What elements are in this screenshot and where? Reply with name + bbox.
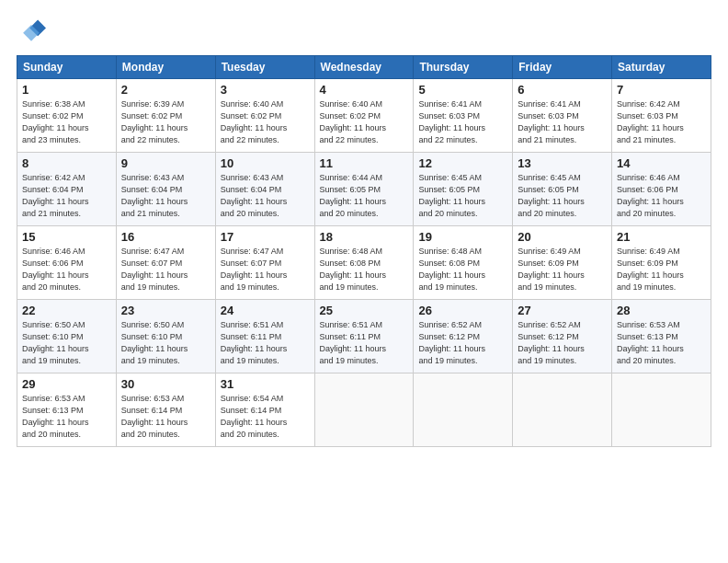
day-number: 7 [617, 83, 706, 97]
calendar-cell: 12Sunrise: 6:45 AMSunset: 6:05 PMDayligh… [414, 153, 513, 226]
day-info: Sunrise: 6:51 AMSunset: 6:11 PMDaylight:… [221, 319, 310, 367]
day-info: Sunrise: 6:48 AMSunset: 6:08 PMDaylight:… [418, 246, 507, 293]
calendar-cell: 1Sunrise: 6:38 AMSunset: 6:02 PMDaylight… [17, 79, 117, 153]
calendar-cell: 31Sunrise: 6:54 AMSunset: 6:14 PMDayligh… [215, 373, 314, 447]
day-number: 18 [320, 230, 409, 244]
day-info: Sunrise: 6:53 AMSunset: 6:14 PMDaylight:… [121, 393, 210, 441]
day-info: Sunrise: 6:38 AMSunset: 6:02 PMDaylight:… [22, 98, 111, 146]
day-info: Sunrise: 6:49 AMSunset: 6:09 PMDaylight:… [617, 246, 706, 293]
day-info: Sunrise: 6:53 AMSunset: 6:13 PMDaylight:… [22, 393, 111, 441]
day-number: 25 [320, 304, 409, 317]
col-header-saturday: Saturday [612, 56, 711, 79]
day-info: Sunrise: 6:42 AMSunset: 6:04 PMDaylight:… [22, 172, 111, 220]
day-number: 23 [121, 304, 210, 317]
day-number: 4 [320, 83, 409, 97]
calendar-cell: 17Sunrise: 6:47 AMSunset: 6:07 PMDayligh… [215, 226, 314, 300]
day-number: 14 [617, 156, 706, 170]
calendar-cell [612, 373, 711, 447]
calendar-cell: 9Sunrise: 6:43 AMSunset: 6:04 PMDaylight… [116, 153, 215, 226]
calendar-cell: 25Sunrise: 6:51 AMSunset: 6:11 PMDayligh… [314, 300, 414, 373]
calendar-cell [414, 373, 513, 447]
calendar-cell: 19Sunrise: 6:48 AMSunset: 6:08 PMDayligh… [414, 226, 513, 300]
day-info: Sunrise: 6:47 AMSunset: 6:07 PMDaylight:… [221, 246, 310, 293]
col-header-monday: Monday [116, 56, 215, 79]
day-info: Sunrise: 6:41 AMSunset: 6:03 PMDaylight:… [418, 98, 507, 146]
day-number: 21 [617, 230, 706, 244]
calendar-cell: 4Sunrise: 6:40 AMSunset: 6:02 PMDaylight… [314, 79, 414, 153]
col-header-friday: Friday [513, 56, 612, 79]
day-info: Sunrise: 6:50 AMSunset: 6:10 PMDaylight:… [22, 319, 111, 367]
page: SundayMondayTuesdayWednesdayThursdayFrid… [0, 0, 728, 563]
calendar-cell: 10Sunrise: 6:43 AMSunset: 6:04 PMDayligh… [215, 153, 314, 226]
day-number: 13 [518, 156, 607, 170]
calendar-cell: 13Sunrise: 6:45 AMSunset: 6:05 PMDayligh… [513, 153, 612, 226]
calendar-week-1: 1Sunrise: 6:38 AMSunset: 6:02 PMDaylight… [17, 79, 711, 153]
logo-icon [17, 17, 46, 46]
day-info: Sunrise: 6:51 AMSunset: 6:11 PMDaylight:… [320, 319, 409, 367]
day-number: 15 [22, 230, 111, 244]
day-number: 12 [418, 156, 507, 170]
day-number: 30 [121, 377, 210, 391]
day-number: 5 [418, 83, 507, 97]
day-number: 16 [121, 230, 210, 244]
day-info: Sunrise: 6:52 AMSunset: 6:12 PMDaylight:… [418, 319, 507, 367]
day-number: 26 [418, 304, 507, 317]
calendar: SundayMondayTuesdayWednesdayThursdayFrid… [17, 55, 711, 447]
day-info: Sunrise: 6:54 AMSunset: 6:14 PMDaylight:… [221, 393, 310, 441]
day-info: Sunrise: 6:46 AMSunset: 6:06 PMDaylight:… [617, 172, 706, 220]
calendar-cell: 6Sunrise: 6:41 AMSunset: 6:03 PMDaylight… [513, 79, 612, 153]
day-number: 6 [518, 83, 607, 97]
day-info: Sunrise: 6:46 AMSunset: 6:06 PMDaylight:… [22, 246, 111, 293]
calendar-cell: 22Sunrise: 6:50 AMSunset: 6:10 PMDayligh… [17, 300, 117, 373]
calendar-cell: 5Sunrise: 6:41 AMSunset: 6:03 PMDaylight… [414, 79, 513, 153]
day-info: Sunrise: 6:45 AMSunset: 6:05 PMDaylight:… [418, 172, 507, 220]
calendar-cell [513, 373, 612, 447]
calendar-cell: 11Sunrise: 6:44 AMSunset: 6:05 PMDayligh… [314, 153, 414, 226]
day-number: 19 [418, 230, 507, 244]
day-number: 3 [221, 83, 310, 97]
calendar-cell: 16Sunrise: 6:47 AMSunset: 6:07 PMDayligh… [116, 226, 215, 300]
calendar-cell: 20Sunrise: 6:49 AMSunset: 6:09 PMDayligh… [513, 226, 612, 300]
day-info: Sunrise: 6:41 AMSunset: 6:03 PMDaylight:… [518, 98, 607, 146]
day-number: 20 [518, 230, 607, 244]
day-number: 22 [22, 304, 111, 317]
calendar-cell: 28Sunrise: 6:53 AMSunset: 6:13 PMDayligh… [612, 300, 711, 373]
day-info: Sunrise: 6:47 AMSunset: 6:07 PMDaylight:… [121, 246, 210, 293]
col-header-sunday: Sunday [17, 56, 117, 79]
calendar-header-row: SundayMondayTuesdayWednesdayThursdayFrid… [17, 56, 711, 79]
day-info: Sunrise: 6:43 AMSunset: 6:04 PMDaylight:… [121, 172, 210, 220]
day-info: Sunrise: 6:49 AMSunset: 6:09 PMDaylight:… [518, 246, 607, 293]
day-number: 29 [22, 377, 111, 391]
day-number: 31 [221, 377, 310, 391]
header [17, 17, 711, 46]
day-info: Sunrise: 6:53 AMSunset: 6:13 PMDaylight:… [617, 319, 706, 367]
calendar-cell: 24Sunrise: 6:51 AMSunset: 6:11 PMDayligh… [215, 300, 314, 373]
calendar-cell: 3Sunrise: 6:40 AMSunset: 6:02 PMDaylight… [215, 79, 314, 153]
day-number: 2 [121, 83, 210, 97]
day-info: Sunrise: 6:48 AMSunset: 6:08 PMDaylight:… [320, 246, 409, 293]
calendar-cell: 2Sunrise: 6:39 AMSunset: 6:02 PMDaylight… [116, 79, 215, 153]
calendar-week-5: 29Sunrise: 6:53 AMSunset: 6:13 PMDayligh… [17, 373, 711, 447]
day-info: Sunrise: 6:44 AMSunset: 6:05 PMDaylight:… [320, 172, 409, 220]
calendar-cell [314, 373, 414, 447]
calendar-cell: 21Sunrise: 6:49 AMSunset: 6:09 PMDayligh… [612, 226, 711, 300]
day-number: 8 [22, 156, 111, 170]
calendar-cell: 7Sunrise: 6:42 AMSunset: 6:03 PMDaylight… [612, 79, 711, 153]
calendar-cell: 23Sunrise: 6:50 AMSunset: 6:10 PMDayligh… [116, 300, 215, 373]
calendar-week-4: 22Sunrise: 6:50 AMSunset: 6:10 PMDayligh… [17, 300, 711, 373]
calendar-cell: 8Sunrise: 6:42 AMSunset: 6:04 PMDaylight… [17, 153, 117, 226]
day-info: Sunrise: 6:50 AMSunset: 6:10 PMDaylight:… [121, 319, 210, 367]
calendar-cell: 30Sunrise: 6:53 AMSunset: 6:14 PMDayligh… [116, 373, 215, 447]
calendar-week-2: 8Sunrise: 6:42 AMSunset: 6:04 PMDaylight… [17, 153, 711, 226]
calendar-cell: 18Sunrise: 6:48 AMSunset: 6:08 PMDayligh… [314, 226, 414, 300]
day-info: Sunrise: 6:40 AMSunset: 6:02 PMDaylight:… [320, 98, 409, 146]
day-info: Sunrise: 6:52 AMSunset: 6:12 PMDaylight:… [518, 319, 607, 367]
calendar-cell: 14Sunrise: 6:46 AMSunset: 6:06 PMDayligh… [612, 153, 711, 226]
calendar-cell: 29Sunrise: 6:53 AMSunset: 6:13 PMDayligh… [17, 373, 117, 447]
col-header-wednesday: Wednesday [314, 56, 414, 79]
day-info: Sunrise: 6:45 AMSunset: 6:05 PMDaylight:… [518, 172, 607, 220]
day-number: 17 [221, 230, 310, 244]
day-number: 9 [121, 156, 210, 170]
logo [17, 17, 50, 46]
day-number: 10 [221, 156, 310, 170]
